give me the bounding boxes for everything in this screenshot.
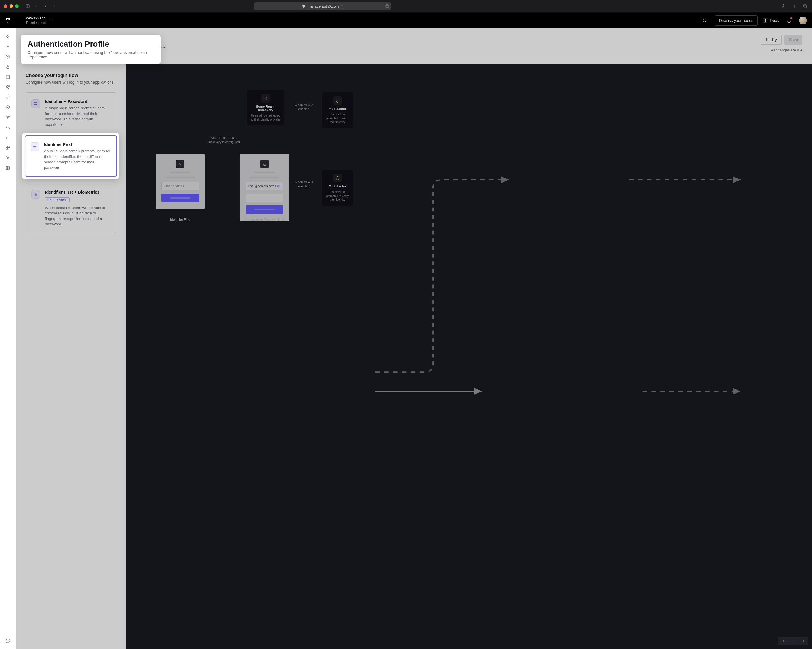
svg-rect-25 — [8, 146, 9, 147]
lock-icon — [260, 160, 269, 168]
flow-canvas[interactable]: When Home Realm Discovery is configured … — [125, 64, 812, 649]
help-button[interactable] — [3, 637, 13, 645]
fingerprint-icon — [31, 190, 40, 199]
page-subtitle: Configure how users will authenticate us… — [26, 45, 755, 50]
placeholder-line — [170, 171, 190, 173]
tab-overview-button[interactable] — [802, 3, 808, 9]
node-desc: Users will be prompted to verify their i… — [325, 113, 350, 124]
placeholder-line — [166, 177, 195, 178]
zoom-out-button[interactable] — [788, 637, 798, 645]
svg-rect-26 — [6, 148, 8, 150]
svg-rect-2 — [341, 6, 343, 7]
tenant-environment: Development — [26, 21, 46, 25]
notification-badge — [791, 17, 792, 19]
mock-label-password: Password or Passwordless — [240, 218, 289, 222]
play-icon — [765, 38, 769, 41]
page-title: Authentication Profile — [26, 35, 755, 44]
nav-user-management-icon[interactable] — [3, 83, 13, 91]
sidebar-toggle-icon[interactable] — [25, 3, 31, 9]
canvas-zoom-controls — [778, 637, 808, 645]
nav-settings-icon[interactable] — [3, 164, 13, 172]
save-status: All changes are live — [771, 48, 803, 52]
minimize-window-button[interactable] — [9, 5, 13, 8]
node-desc: Users will be redirected to their identi… — [250, 114, 281, 121]
nav-actions-icon[interactable] — [3, 113, 13, 122]
back-button[interactable] — [43, 3, 49, 9]
nav-activity-icon[interactable] — [3, 43, 13, 51]
svg-point-20 — [8, 118, 8, 119]
search-button[interactable] — [700, 15, 710, 26]
nav-monitoring-icon[interactable] — [3, 133, 13, 142]
nav-security-icon[interactable] — [3, 103, 13, 112]
email-display-mock: user@domain.com Edit — [246, 182, 283, 190]
shield-icon — [333, 96, 342, 105]
try-button[interactable]: Try — [761, 35, 781, 45]
chevron-down-icon[interactable] — [34, 3, 40, 9]
nav-marketplace-icon[interactable] — [3, 144, 13, 152]
svg-point-18 — [6, 116, 7, 117]
mock-label-identifier-first: Identifier First — [156, 218, 205, 222]
page-header: Authentication Profile Configure how use… — [16, 28, 812, 64]
nav-organizations-icon[interactable] — [3, 73, 13, 81]
nav-branding-icon[interactable] — [3, 93, 13, 101]
option-desc: When possible, users will be able to cho… — [45, 205, 110, 227]
zoom-in-button[interactable] — [798, 637, 808, 645]
page-actions-icon[interactable]: ••• — [385, 4, 389, 8]
docs-link[interactable]: Docs — [763, 15, 779, 26]
nav-authentication-icon[interactable] — [3, 63, 13, 71]
email-input-mock: Email address — [162, 182, 199, 190]
diagram-mock-identifier-first: Email address — [156, 154, 205, 209]
option-desc: A single login screen prompts users for … — [45, 106, 110, 127]
option-identifier-biometrics[interactable]: Identifier First + Biometrics ENTERPRISE… — [26, 183, 116, 233]
close-window-button[interactable] — [4, 5, 7, 8]
nav-getting-started-icon[interactable] — [3, 32, 13, 41]
fit-width-button[interactable] — [778, 637, 788, 645]
annotation-hrd: When Home Realm Discovery is configured — [207, 136, 241, 144]
tenant-name: dev-123abc — [26, 16, 46, 20]
user-avatar[interactable] — [799, 17, 807, 24]
option-title: Identifier + Password — [45, 99, 110, 104]
svg-point-16 — [6, 86, 8, 87]
app-topbar: dev-123abc Development Discuss your need… — [0, 13, 812, 28]
nav-extensions-icon[interactable] — [3, 154, 13, 162]
annotation-mfa-bottom: When MFA is enabled — [291, 180, 316, 188]
notifications-button[interactable] — [784, 15, 794, 26]
placeholder-line — [250, 177, 279, 178]
identifier-password-icon — [31, 99, 40, 108]
svg-point-38 — [7, 167, 8, 168]
login-flow-panel: Choose your login flow Configure how use… — [16, 64, 125, 649]
edit-link-mock: Edit — [275, 184, 281, 188]
svg-point-7 — [703, 19, 706, 22]
node-desc: Users will be prompted to verify their i… — [325, 190, 350, 202]
option-identifier-password[interactable]: Identifier + Password A single login scr… — [26, 92, 116, 134]
svg-line-8 — [705, 21, 707, 22]
address-bar[interactable]: manage.auth0.com ••• — [254, 2, 391, 10]
auth0-logo-icon[interactable] — [0, 17, 16, 24]
continue-button-mock — [246, 205, 283, 214]
tenant-switcher[interactable]: dev-123abc Development — [26, 16, 54, 25]
book-icon — [763, 18, 768, 23]
nav-auth-pipeline-icon[interactable] — [3, 123, 13, 132]
svg-line-36 — [6, 159, 7, 159]
fullscreen-window-button[interactable] — [15, 5, 18, 8]
new-tab-button[interactable] — [791, 3, 797, 9]
svg-rect-6 — [804, 5, 807, 8]
svg-rect-24 — [6, 146, 8, 147]
option-desc: An initial login screen prompts users fo… — [45, 151, 110, 173]
lock-icon — [340, 5, 343, 8]
diagram-node-mfa-bottom: Multi-factor Users will be prompted to v… — [322, 170, 353, 206]
svg-marker-41 — [766, 38, 769, 41]
discuss-needs-button[interactable]: Discuss your needs — [715, 15, 757, 26]
section-subtitle: Configure how users will log in to your … — [26, 80, 116, 84]
svg-rect-46 — [263, 164, 266, 165]
svg-point-19 — [9, 116, 9, 117]
option-title: Identifier First — [45, 144, 110, 149]
svg-point-49 — [266, 99, 267, 100]
option-identifier-first[interactable]: Identifier First An initial login screen… — [26, 138, 116, 179]
svg-point-48 — [266, 97, 267, 98]
separator — [21, 17, 21, 24]
nav-applications-icon[interactable] — [3, 52, 13, 61]
svg-line-50 — [265, 98, 266, 98]
share-icon[interactable] — [781, 3, 787, 9]
option-title: Identifier First + Biometrics — [45, 190, 110, 194]
